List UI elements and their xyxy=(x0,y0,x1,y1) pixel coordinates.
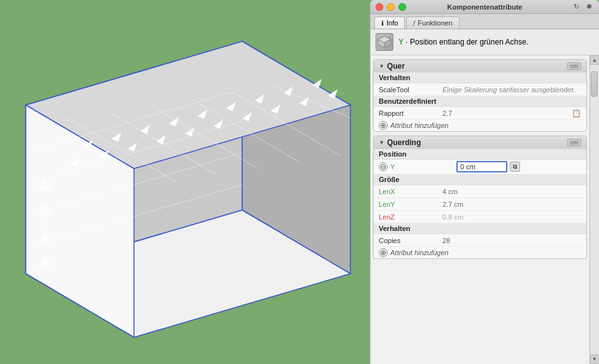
lenz-value: 0.8 cm xyxy=(442,213,581,221)
row-scaletool: ScaleTool Einige Skalierung sanfasser au… xyxy=(374,83,586,96)
row-lenx: LenX 4 cm xyxy=(374,185,586,198)
section-quer-title: Quer xyxy=(387,62,565,71)
info-description: Y · Position entlang der grünen Achse. xyxy=(398,38,528,46)
y-input-container: ⧉ xyxy=(456,161,581,172)
add-attribute-quer[interactable]: ⊕ Attribut hinzufügen xyxy=(374,120,586,131)
lenx-value: 4 cm xyxy=(442,188,581,195)
settings-button[interactable]: ✱ xyxy=(584,2,594,12)
section-quer-unit: cm xyxy=(567,62,581,70)
axis-y-label: Y xyxy=(398,38,404,46)
add-attribute-label-querding: Attribut hinzufügen xyxy=(390,249,449,256)
info-description-text: · Position entlang der grünen Achse. xyxy=(405,38,528,46)
row-rapport: Rapport 2.7 📋 xyxy=(374,107,586,120)
info-tab-icon: ℹ xyxy=(381,20,384,27)
window-controls xyxy=(376,3,406,11)
copies-value: 28 xyxy=(442,237,581,244)
panel-main: ▼ Quer cm Verhalten ScaleTool Einige Ska… xyxy=(370,55,599,364)
maximize-button[interactable] xyxy=(398,3,406,11)
scroll-up-button[interactable]: ▲ xyxy=(590,55,600,65)
add-attribute-querding[interactable]: ⊕ Attribut hinzufügen xyxy=(374,247,586,258)
group-verhalten-2: Verhalten xyxy=(374,223,586,234)
leny-value: 2.7 cm xyxy=(442,200,581,208)
add-attribute-label-quer: Attribut hinzufügen xyxy=(390,122,449,129)
title-actions: ↻ ✱ xyxy=(571,2,594,12)
section-querding-title: Querding xyxy=(387,138,565,147)
scaletool-value: Einige Skalierung sanfasser ausgeblendet… xyxy=(442,86,581,94)
right-panel: Komponentenattribute ↻ ✱ ℹ Info 𝑓 Funkti… xyxy=(370,0,599,364)
section-querding-unit: cm xyxy=(567,139,581,146)
group-benutzerdefiniert: Benutzerdefiniert xyxy=(374,96,586,107)
scaletool-label: ScaleTool xyxy=(379,86,442,94)
group-position: Position xyxy=(374,149,586,160)
lenx-label: LenX xyxy=(379,188,442,195)
section-quer-header[interactable]: ▼ Quer cm xyxy=(374,60,586,73)
tab-bar: ℹ Info 𝑓 Funktionen xyxy=(370,14,599,29)
add-attribute-icon-quer: ⊕ xyxy=(379,121,388,130)
row-copies: Copies 28 xyxy=(374,234,586,247)
component-icon xyxy=(376,33,393,51)
section-querding-chevron: ▼ xyxy=(379,139,384,146)
section-quer-chevron: ▼ xyxy=(379,63,384,69)
section-querding: ▼ Querding cm Position ⊖ Y ⧉ Größe xyxy=(373,136,587,259)
refresh-button[interactable]: ↻ xyxy=(571,2,581,12)
scroll-track[interactable] xyxy=(590,65,599,354)
tab-info-label: Info xyxy=(386,19,398,27)
y-copy-button[interactable]: ⧉ xyxy=(510,162,520,172)
row-lenz: LenZ 0.8 cm xyxy=(374,211,586,223)
leny-label: LenY xyxy=(379,200,442,208)
minimize-button[interactable] xyxy=(387,3,395,11)
title-bar: Komponentenattribute ↻ ✱ xyxy=(370,0,599,14)
copies-label: Copies xyxy=(379,237,442,244)
section-quer: ▼ Quer cm Verhalten ScaleTool Einige Ska… xyxy=(373,59,587,132)
y-input[interactable] xyxy=(456,161,507,172)
scrollbar: ▲ ▼ xyxy=(589,55,599,364)
rapport-value: 2.7 xyxy=(442,109,572,117)
add-attribute-icon-querding: ⊕ xyxy=(379,248,388,257)
group-verhalten-1: Verhalten xyxy=(374,73,586,83)
canvas-area xyxy=(0,0,370,364)
row-leny: LenY 2.7 cm xyxy=(374,198,586,211)
minus-icon-y[interactable]: ⊖ xyxy=(379,162,388,171)
funktionen-tab-icon: 𝑓 xyxy=(413,19,415,27)
rapport-label: Rapport xyxy=(379,109,442,117)
group-groesse: Größe xyxy=(374,174,586,185)
scroll-down-button[interactable]: ▼ xyxy=(590,354,600,364)
rapport-copy-icon[interactable]: 📋 xyxy=(572,109,581,118)
lenz-label: LenZ xyxy=(379,213,442,221)
window-title: Komponentenattribute xyxy=(447,3,523,11)
row-y-position: ⊖ Y ⧉ xyxy=(374,160,586,174)
tab-info[interactable]: ℹ Info xyxy=(374,17,405,29)
section-querding-header[interactable]: ▼ Querding cm xyxy=(374,136,586,149)
y-label: Y xyxy=(390,163,454,171)
scroll-thumb[interactable] xyxy=(591,71,598,97)
tab-funktionen[interactable]: 𝑓 Funktionen xyxy=(406,17,459,29)
panel-content[interactable]: ▼ Quer cm Verhalten ScaleTool Einige Ska… xyxy=(370,55,589,364)
tab-funktionen-label: Funktionen xyxy=(418,19,452,27)
info-bar: Y · Position entlang der grünen Achse. xyxy=(370,29,599,55)
close-button[interactable] xyxy=(376,3,383,11)
